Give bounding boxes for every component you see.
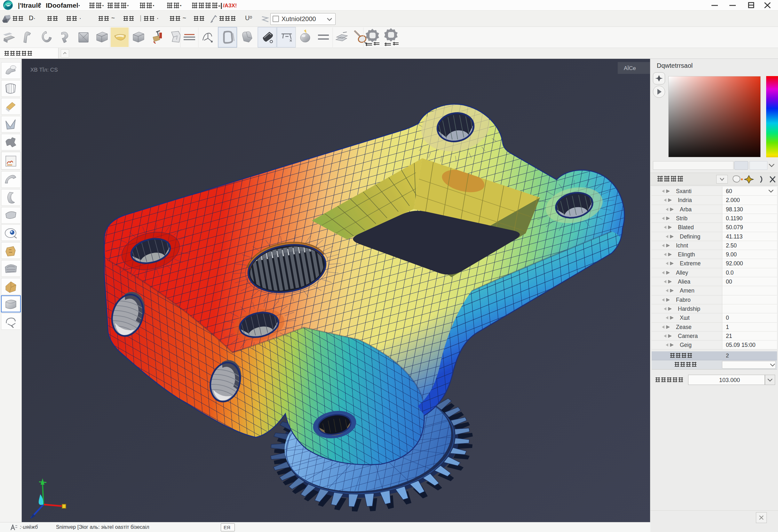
svg-text:ХВ ТЇл: СS: ХВ ТЇл: СS [30,67,58,73]
svg-text:АЇСе: АЇСе [624,65,636,71]
